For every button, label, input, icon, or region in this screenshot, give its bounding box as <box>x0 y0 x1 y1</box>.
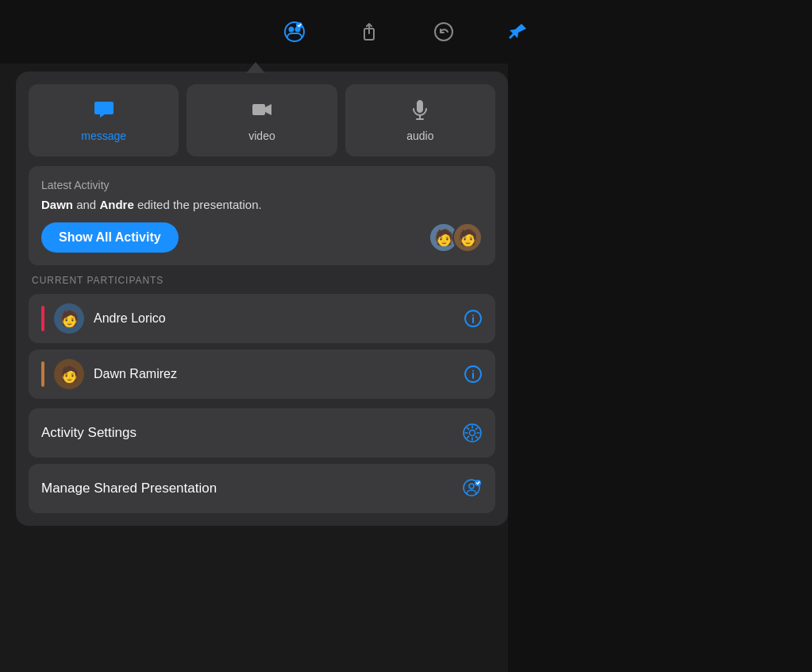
right-side <box>508 0 812 672</box>
participant-row-andre[interactable]: 🧑 Andre Lorico <box>29 294 495 343</box>
audio-label: audio <box>406 129 433 142</box>
message-label: message <box>81 129 126 142</box>
svg-point-14 <box>472 370 474 372</box>
avatar-2: 🧑 <box>452 222 483 253</box>
settings-section: Activity Settings Manage Shared Presenta… <box>29 408 495 513</box>
andre-name: Andre Lorico <box>94 311 454 326</box>
audio-icon <box>409 98 431 123</box>
gear-badge-icon <box>462 423 483 443</box>
participants-section-label: CURRENT PARTICIPANTS <box>29 275 495 286</box>
latest-activity-title: Latest Activity <box>41 179 483 191</box>
toolbar <box>0 0 812 64</box>
dawn-avatar: 🧑 <box>54 359 84 389</box>
dawn-color-bar <box>41 361 44 387</box>
activity-footer: Show All Activity 🧑 🧑 <box>41 222 483 253</box>
andre-color-bar <box>41 306 44 331</box>
manage-shared-label: Manage Shared Presentation <box>41 481 217 496</box>
show-all-activity-button[interactable]: Show All Activity <box>41 222 179 253</box>
video-button[interactable]: video <box>187 84 337 156</box>
latest-activity-card: Latest Activity Dawn and Andre edited th… <box>29 166 495 265</box>
svg-point-1 <box>288 27 294 33</box>
svg-rect-6 <box>252 104 265 115</box>
svg-point-11 <box>472 315 474 316</box>
person-badge-icon <box>462 478 483 499</box>
activity-settings-label: Activity Settings <box>41 425 137 441</box>
svg-point-16 <box>470 431 475 436</box>
audio-button[interactable]: audio <box>345 84 495 156</box>
activity-desc-dawn: Dawn <box>41 198 73 211</box>
participants-section: CURRENT PARTICIPANTS 🧑 Andre Lorico 🧑 Da… <box>29 275 495 399</box>
undo-icon[interactable] <box>426 14 461 49</box>
collaboration-icon[interactable] <box>277 14 312 49</box>
message-button[interactable]: message <box>29 84 179 156</box>
message-icon <box>93 98 115 123</box>
dawn-name: Dawn Ramirez <box>94 367 454 381</box>
andre-info-icon[interactable] <box>464 309 483 328</box>
svg-point-18 <box>469 484 474 489</box>
dawn-info-icon[interactable] <box>464 365 483 384</box>
main-panel: message video audio <box>16 71 508 526</box>
action-buttons-row: message video audio <box>29 84 495 156</box>
manage-shared-row[interactable]: Manage Shared Presentation <box>29 464 495 513</box>
panel-pointer <box>246 62 265 73</box>
markup-icon[interactable] <box>501 14 536 49</box>
activity-settings-row[interactable]: Activity Settings <box>29 408 495 458</box>
participant-row-dawn[interactable]: 🧑 Dawn Ramirez <box>29 350 495 399</box>
share-icon[interactable] <box>352 14 387 49</box>
avatar-stack: 🧑 🧑 <box>429 222 483 253</box>
video-label: video <box>248 129 275 142</box>
activity-desc-andre: Andre <box>99 198 133 211</box>
andre-avatar: 🧑 <box>54 303 84 334</box>
video-icon <box>251 98 273 123</box>
latest-activity-description: Dawn and Andre edited the presentation. <box>41 198 483 211</box>
